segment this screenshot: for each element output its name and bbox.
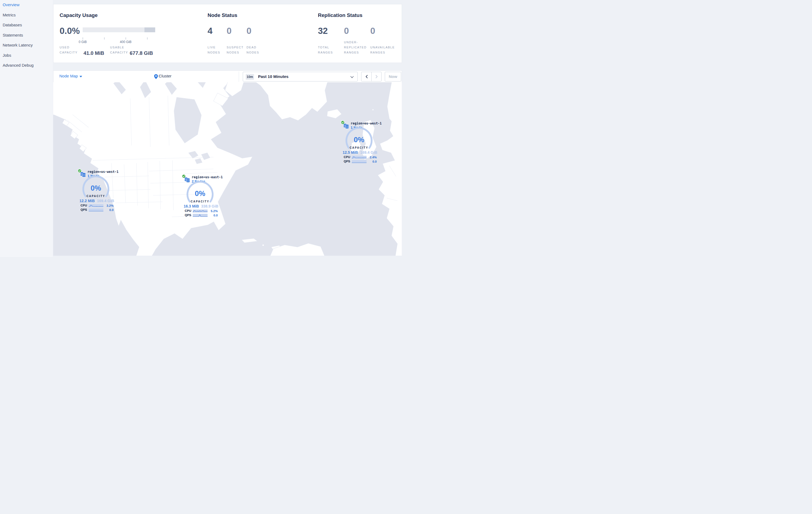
sidebar-item-network-latency[interactable]: Network Latency bbox=[3, 42, 33, 48]
region-qps-row: QPS 0.0 bbox=[182, 213, 220, 217]
capacity-bar bbox=[83, 27, 155, 32]
qps-label: QPS bbox=[81, 208, 87, 211]
caret-down-icon[interactable] bbox=[80, 76, 82, 77]
chevron-right-icon bbox=[375, 75, 378, 79]
suspect-nodes-count: 0 bbox=[227, 26, 231, 36]
total-ranges-label: TOTAL RANGES bbox=[318, 45, 334, 55]
qps-label: QPS bbox=[344, 160, 350, 163]
capacity-tick-label-400: 400 GiB bbox=[115, 40, 137, 44]
region-name: region=us-east-1 bbox=[192, 175, 223, 179]
overview-page: Overview Metrics Databases Statements Ne… bbox=[0, 0, 406, 257]
under-replicated-label: UNDER-REPLICATED RANGES bbox=[344, 40, 368, 55]
view-selector-dropdown[interactable]: Node Map bbox=[59, 74, 78, 78]
region-used-capacity: 12.5 MiB bbox=[343, 150, 358, 155]
cpu-label: CPU bbox=[81, 204, 87, 207]
toolbar-divider bbox=[239, 72, 239, 82]
sidebar-item-databases[interactable]: Databases bbox=[3, 22, 22, 28]
qps-sparkline bbox=[89, 208, 104, 212]
live-nodes-label: LIVE NODES bbox=[208, 45, 223, 55]
region-marker-us-east-1[interactable]: region=us-east-1 2 Nodes 0% CAPACITY 16.… bbox=[182, 174, 220, 217]
time-forward-button[interactable] bbox=[372, 72, 382, 81]
dead-nodes-count: 0 bbox=[246, 26, 251, 36]
region-qps-row: QPS 0.0 bbox=[341, 160, 378, 163]
node-map[interactable]: region=us-west-1 1 Node 0% CAPACITY 12.2… bbox=[53, 82, 402, 256]
region-cpu-row: CPU 5.2% bbox=[182, 209, 220, 213]
capacity-used-percent: 0.0% bbox=[60, 26, 80, 36]
sidebar-item-advanced-debug[interactable]: Advanced Debug bbox=[3, 62, 34, 68]
cpu-label: CPU bbox=[185, 209, 191, 212]
qps-value: 0.0 bbox=[109, 208, 114, 212]
usable-capacity-value: 677.8 GiB bbox=[130, 50, 153, 56]
region-cpu-row: CPU 3.2% bbox=[78, 204, 115, 208]
time-range-label: Past 10 Minutes bbox=[258, 74, 288, 79]
under-replicated-count: 0 bbox=[344, 26, 349, 36]
region-marker-eu-west-1[interactable]: region=eu-west-1 1 Node 0% CAPACITY 12.5… bbox=[341, 120, 378, 163]
cpu-sparkline bbox=[193, 210, 208, 213]
breadcrumb-cluster[interactable]: Cluster bbox=[159, 74, 172, 78]
used-capacity-value: 41.0 MiB bbox=[84, 50, 104, 56]
capacity-tick bbox=[83, 37, 83, 39]
cpu-value: 5.2% bbox=[211, 210, 218, 213]
capacity-tick bbox=[104, 37, 105, 39]
region-used-capacity: 12.2 MiB bbox=[80, 199, 95, 203]
region-capacity-percent: 0% bbox=[182, 190, 218, 198]
region-name: region=eu-west-1 bbox=[351, 121, 382, 125]
region-capacity-percent: 0% bbox=[341, 136, 377, 144]
cpu-value: 2.4% bbox=[370, 156, 377, 159]
suspect-nodes-label: SUSPECT NODES bbox=[227, 45, 243, 55]
cpu-value: 3.2% bbox=[107, 204, 114, 207]
cpu-label: CPU bbox=[344, 155, 350, 159]
region-marker-us-west-1[interactable]: region=us-west-1 1 Node 0% CAPACITY 12.2… bbox=[78, 169, 115, 212]
node-status-title: Node Status bbox=[208, 12, 237, 18]
region-used-capacity: 16.3 MiB bbox=[184, 204, 199, 208]
cluster-summary-card: Capacity Usage 0.0% 0 GiB 400 GiB USED C… bbox=[53, 4, 402, 63]
total-ranges-count: 32 bbox=[318, 26, 328, 36]
qps-value: 0.0 bbox=[372, 160, 377, 163]
qps-sparkline bbox=[193, 214, 208, 217]
usable-capacity-label: USABLE CAPACITY bbox=[110, 45, 129, 55]
replication-status-title: Replication Status bbox=[318, 12, 362, 18]
unavailable-ranges-count: 0 bbox=[370, 26, 375, 36]
qps-sparkline bbox=[352, 160, 367, 163]
region-total-capacity: 169.4 GiB bbox=[97, 199, 114, 203]
sidebar-item-metrics[interactable]: Metrics bbox=[3, 12, 16, 18]
location-pin-icon bbox=[154, 74, 158, 79]
time-range-dropdown[interactable]: 10m Past 10 Minutes bbox=[243, 72, 358, 81]
cpu-sparkline bbox=[89, 204, 104, 207]
time-pager bbox=[361, 72, 382, 81]
region-capacity-label: CAPACITY bbox=[341, 146, 377, 149]
sidebar: Overview Metrics Databases Statements Ne… bbox=[0, 0, 53, 257]
region-capacity-percent: 0% bbox=[78, 184, 114, 192]
qps-label: QPS bbox=[185, 213, 191, 217]
sidebar-item-overview[interactable]: Overview bbox=[3, 2, 20, 8]
chevron-down-icon bbox=[350, 76, 354, 78]
qps-value: 0.0 bbox=[213, 214, 218, 217]
sidebar-item-jobs[interactable]: Jobs bbox=[3, 52, 11, 58]
time-range-badge: 10m bbox=[246, 74, 254, 80]
used-capacity-label: USED CAPACITY bbox=[60, 45, 79, 55]
region-total-capacity: 169.4 GiB bbox=[360, 150, 377, 155]
chevron-left-icon bbox=[365, 75, 368, 79]
sidebar-item-statements[interactable]: Statements bbox=[3, 32, 23, 38]
capacity-usage-title: Capacity Usage bbox=[60, 12, 98, 18]
map-toolbar: Node Map Cluster 10m Past 10 Minutes bbox=[53, 71, 402, 83]
region-capacity-label: CAPACITY bbox=[78, 195, 114, 197]
unavailable-ranges-label: UNAVAILABLE RANGES bbox=[370, 45, 394, 55]
region-total-capacity: 338.9 GiB bbox=[201, 204, 218, 208]
capacity-tick-label-0: 0 GiB bbox=[72, 40, 93, 44]
region-cpu-row: CPU 2.4% bbox=[341, 155, 378, 159]
region-capacity-label: CAPACITY bbox=[182, 200, 218, 203]
time-back-button[interactable] bbox=[361, 72, 372, 81]
cpu-sparkline bbox=[352, 156, 367, 159]
now-button[interactable]: Now bbox=[385, 72, 401, 81]
live-nodes-count: 4 bbox=[208, 26, 212, 36]
region-qps-row: QPS 0.0 bbox=[78, 208, 115, 212]
dead-nodes-label: DEAD NODES bbox=[246, 45, 262, 55]
region-name: region=us-west-1 bbox=[88, 170, 119, 174]
capacity-bar-reserved-segment bbox=[144, 27, 155, 32]
capacity-tick bbox=[147, 37, 147, 39]
